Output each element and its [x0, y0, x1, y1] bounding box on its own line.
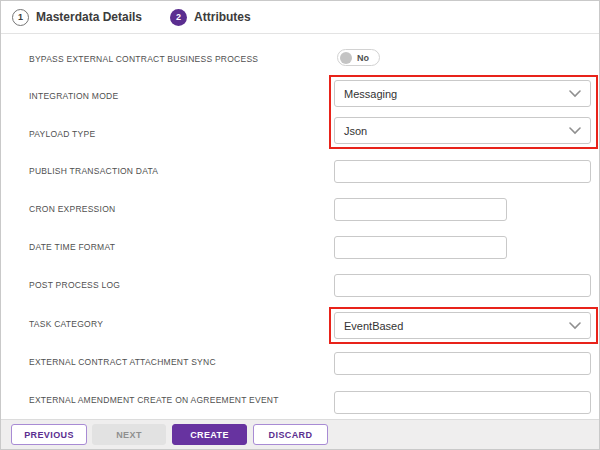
next-button[interactable]: NEXT — [92, 424, 166, 445]
external-amendment-create-input[interactable] — [334, 391, 591, 414]
chevron-down-icon — [569, 127, 581, 135]
field-label-post-process-log: POST PROCESS LOG — [29, 280, 120, 290]
field-label-payload-type: PAYLOAD TYPE — [29, 129, 95, 139]
task-category-value: EventBased — [344, 320, 403, 332]
field-label-external-amendment-create-on-agreement-event: EXTERNAL AMENDMENT CREATE ON AGREEMENT E… — [29, 395, 279, 405]
discard-button[interactable]: DISCARD — [253, 424, 328, 445]
create-button[interactable]: CREATE — [172, 424, 247, 445]
step-1-circle: 1 — [12, 9, 29, 26]
field-label-date-time-format: DATE TIME FORMAT — [29, 242, 115, 252]
field-label-external-contract-attachment-sync: EXTERNAL CONTRACT ATTACHMENT SYNC — [29, 357, 216, 367]
step-2-label: Attributes — [194, 10, 251, 24]
field-label-bypass-external-contract-business-process: BYPASS EXTERNAL CONTRACT BUSINESS PROCES… — [29, 54, 258, 64]
step-attributes[interactable]: 2 Attributes — [170, 9, 251, 26]
stepper: 1 Masterdata Details 2 Attributes — [1, 1, 599, 34]
date-time-format-input[interactable] — [334, 236, 507, 259]
toggle-knob — [340, 52, 352, 64]
field-label-task-category: TASK CATEGORY — [29, 319, 103, 329]
attributes-form-page: 1 Masterdata Details 2 Attributes BYPASS… — [0, 0, 600, 450]
external-contract-attachment-sync-input[interactable] — [334, 352, 591, 375]
post-process-log-input[interactable] — [334, 274, 591, 297]
step-masterdata-details[interactable]: 1 Masterdata Details — [12, 9, 142, 26]
field-label-publish-transaction-data: PUBLISH TRANSACTION DATA — [29, 166, 158, 176]
bypass-toggle[interactable]: No — [337, 49, 380, 66]
step-1-label: Masterdata Details — [36, 10, 142, 24]
field-label-integration-mode: INTEGRATION MODE — [29, 91, 118, 101]
chevron-down-icon — [569, 90, 581, 98]
previous-button[interactable]: PREVIOUS — [11, 424, 87, 445]
integration-mode-select[interactable]: Messaging — [334, 80, 591, 107]
integration-mode-value: Messaging — [344, 88, 397, 100]
field-label-cron-expression: CRON EXPRESSION — [29, 204, 115, 214]
cron-expression-input[interactable] — [334, 198, 507, 221]
toggle-state-label: No — [357, 53, 369, 63]
task-category-select[interactable]: EventBased — [334, 312, 591, 339]
publish-transaction-data-input[interactable] — [334, 160, 591, 183]
payload-type-select[interactable]: Json — [334, 117, 591, 144]
step-2-circle: 2 — [170, 9, 187, 26]
payload-type-value: Json — [344, 125, 367, 137]
chevron-down-icon — [569, 322, 581, 330]
